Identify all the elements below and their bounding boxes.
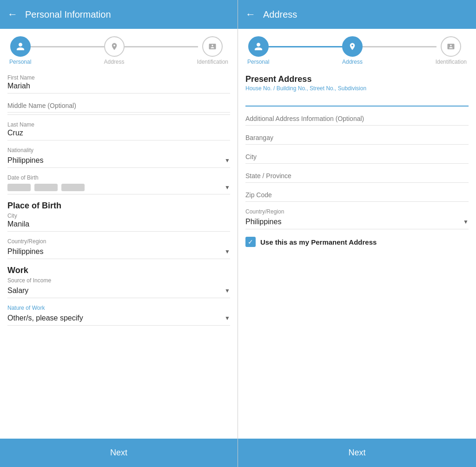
address-next-button[interactable]: Next [238, 439, 476, 467]
source-income-select[interactable]: Salary ▼ [7, 285, 230, 298]
stepper-address-circle-right [342, 36, 363, 57]
place-city-group: City Manila [7, 213, 230, 232]
dob-blurred-value [7, 184, 85, 191]
last-name-value: Cruz [7, 129, 230, 140]
stepper-address-right[interactable]: Address [342, 36, 363, 65]
first-name-value: Mariah [7, 82, 230, 93]
address-stepper: Personal Address Identification [238, 29, 476, 69]
present-address-title: Present Address [245, 74, 469, 84]
stepper-personal-label-right: Personal [247, 59, 269, 65]
personal-form-scroll: First Name Mariah Last Name Cruz Nationa… [0, 69, 238, 439]
zipcode-group [245, 189, 469, 202]
source-income-value: Salary [7, 287, 28, 295]
place-country-select[interactable]: Philippines ▼ [7, 246, 230, 259]
city-group [245, 151, 469, 164]
stepper-line-right-2 [362, 46, 436, 47]
stepper-line-right-1 [268, 46, 343, 47]
dob-block-3 [61, 184, 85, 191]
stepper-personal-right[interactable]: Personal [247, 36, 269, 65]
stepper-address-label-left: Address [104, 59, 124, 65]
state-group [245, 170, 469, 183]
nature-work-value: Other/s, please specify [7, 314, 83, 322]
nationality-select[interactable]: Philippines ▼ [7, 154, 230, 168]
stepper-identification-circle-left [202, 36, 223, 57]
stepper-identification-circle-right [441, 36, 461, 57]
stepper-personal[interactable]: Personal [9, 36, 31, 65]
address-panel: ← Address Personal Address Identificatio… [238, 0, 476, 467]
place-country-group: Country/Region Philippines ▼ [7, 238, 230, 259]
stepper-personal-label: Personal [9, 59, 31, 65]
stepper-identification-label-right: Identification [436, 59, 467, 65]
stepper-address-circle-left [104, 36, 125, 57]
stepper-address-left[interactable]: Address [104, 36, 124, 65]
stepper-line-2 [124, 46, 198, 47]
address-form-scroll: Present Address House No. / Building No.… [238, 69, 476, 439]
barangay-group [245, 132, 469, 145]
permanent-address-label: Use this as my Permanent Address [260, 238, 377, 246]
nationality-label: Nationality [7, 147, 230, 153]
stepper-address-label-right: Address [342, 59, 363, 65]
place-of-birth-title: Place of Birth [7, 201, 230, 211]
address-header: ← Address [238, 0, 476, 29]
source-income-group: Source of Income Salary ▼ [7, 277, 230, 298]
address-line1-group [245, 93, 469, 107]
country-value: Philippines [245, 218, 281, 226]
stepper-personal-circle [10, 36, 31, 57]
country-dropdown-arrow: ▼ [463, 219, 469, 225]
personal-stepper: Personal Address Identification [0, 29, 238, 69]
additional-info-input[interactable] [245, 113, 469, 126]
middle-name-group [7, 100, 230, 115]
last-name-group: Last Name Cruz [7, 121, 230, 140]
state-input[interactable] [245, 170, 469, 183]
nature-work-group: Nature of Work Other/s, please specify ▼ [7, 305, 230, 326]
nature-work-arrow: ▼ [225, 315, 230, 321]
permanent-address-row[interactable]: ✓ Use this as my Permanent Address [245, 237, 469, 247]
permanent-address-checkbox[interactable]: ✓ [245, 237, 256, 247]
nationality-value: Philippines [7, 156, 43, 165]
address-line1-input[interactable] [245, 93, 469, 107]
source-income-arrow: ▼ [225, 287, 230, 294]
barangay-input[interactable] [245, 132, 469, 145]
stepper-identification-left[interactable]: Identification [197, 36, 228, 65]
stepper-line-1 [30, 46, 105, 47]
present-address-subtitle: House No. / Building No., Street No., Su… [245, 85, 469, 92]
city-input[interactable] [245, 151, 469, 164]
place-country-arrow: ▼ [225, 248, 230, 255]
dob-dropdown-arrow: ▼ [225, 184, 230, 191]
personal-back-button[interactable]: ← [7, 8, 18, 20]
additional-info-group [245, 113, 469, 126]
country-select[interactable]: Philippines ▼ [245, 216, 469, 229]
stepper-identification-label-left: Identification [197, 59, 228, 65]
dob-label: Date of Birth [7, 174, 230, 181]
address-header-title: Address [263, 9, 297, 20]
middle-name-input[interactable] [7, 100, 230, 113]
nationality-dropdown-arrow: ▼ [225, 157, 230, 164]
nature-work-label: Nature of Work [7, 305, 230, 311]
place-country-value: Philippines [7, 247, 43, 256]
address-back-button[interactable]: ← [245, 8, 256, 20]
nature-work-select[interactable]: Other/s, please specify ▼ [7, 312, 230, 326]
zipcode-input[interactable] [245, 189, 469, 202]
personal-header-title: Personal Information [25, 9, 111, 20]
dob-block-1 [7, 184, 31, 191]
stepper-personal-circle-right [248, 36, 269, 57]
first-name-group: First Name Mariah [7, 74, 230, 93]
dob-group: Date of Birth ▼ [7, 174, 230, 194]
source-income-label: Source of Income [7, 277, 230, 284]
place-city-label: City [7, 213, 230, 219]
personal-next-button[interactable]: Next [0, 439, 238, 467]
country-group: Country/Region Philippines ▼ [245, 208, 469, 229]
nationality-group: Nationality Philippines ▼ [7, 147, 230, 168]
stepper-identification-right[interactable]: Identification [436, 36, 467, 65]
dob-select[interactable]: ▼ [7, 182, 230, 194]
place-city-value: Manila [7, 220, 230, 232]
work-title: Work [7, 266, 230, 275]
personal-header: ← Personal Information [0, 0, 238, 29]
country-label: Country/Region [245, 208, 469, 215]
personal-information-panel: ← Personal Information Personal Address … [0, 0, 238, 467]
dob-block-2 [34, 184, 58, 191]
last-name-label: Last Name [7, 121, 230, 128]
place-country-label: Country/Region [7, 238, 230, 245]
first-name-label: First Name [7, 74, 230, 81]
